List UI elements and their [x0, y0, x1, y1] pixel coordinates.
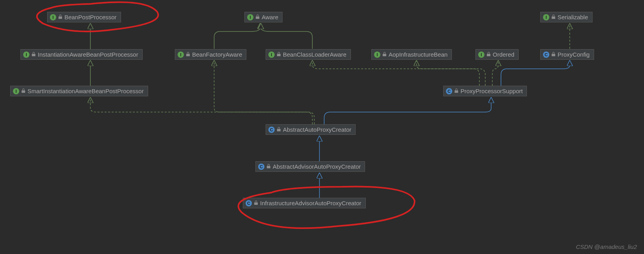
node-label: Ordered — [493, 51, 514, 58]
interface-icon: I — [50, 14, 56, 20]
interface-icon: I — [247, 14, 253, 20]
node-label: ProxyConfig — [558, 51, 590, 58]
class-icon: C — [543, 52, 549, 58]
node-bean-classloader-aware[interactable]: I BeanClassLoaderAware — [266, 49, 351, 60]
lock-icon — [254, 201, 258, 205]
lock-icon — [59, 15, 62, 19]
watermark: CSDN @amadeus_liu2 — [576, 243, 637, 250]
class-icon: C — [258, 164, 264, 170]
node-label: AbstractAutoProxyCreator — [283, 126, 351, 133]
node-label: AbstractAdvisorAutoProxyCreator — [273, 163, 361, 170]
interface-icon: I — [178, 52, 184, 58]
node-label: ProxyProcessorSupport — [461, 88, 523, 94]
lock-icon — [186, 53, 190, 56]
node-label: InstantiationAwareBeanPostProcessor — [38, 51, 138, 58]
lock-icon — [277, 53, 281, 56]
interface-icon: I — [13, 88, 19, 94]
lock-icon — [32, 53, 35, 56]
node-aop-infrastructure-bean[interactable]: I AopInfrastructureBean — [371, 49, 452, 60]
node-aware[interactable]: I Aware — [244, 12, 283, 22]
diagram-canvas: I BeanPostProcessor I Aware I Serializab… — [0, 0, 644, 254]
node-ordered[interactable]: I Ordered — [475, 49, 519, 60]
node-label: InfrastructureAdvisorAutoProxyCreator — [260, 200, 361, 206]
node-abstract-auto-proxy-creator[interactable]: C AbstractAutoProxyCreator — [266, 124, 356, 135]
node-proxy-config[interactable]: C ProxyConfig — [540, 49, 594, 60]
lock-icon — [455, 89, 458, 93]
interface-icon: I — [478, 52, 484, 58]
node-label: BeanPostProcessor — [64, 14, 117, 20]
lock-icon — [552, 53, 555, 56]
node-infrastructure-advisor-auto-proxy-creator[interactable]: C InfrastructureAdvisorAutoProxyCreator — [243, 198, 366, 208]
class-icon: C — [268, 127, 275, 133]
lock-icon — [383, 53, 386, 56]
interface-icon: I — [268, 52, 275, 58]
node-smart-instantiation-aware-bpp[interactable]: I SmartInstantiationAwareBeanPostProcess… — [10, 86, 148, 96]
lock-icon — [277, 128, 281, 131]
class-icon: C — [446, 88, 452, 94]
lock-icon — [552, 15, 555, 19]
node-serializable[interactable]: I Serializable — [540, 12, 593, 22]
interface-icon: I — [23, 52, 29, 58]
node-instantiation-aware-bpp[interactable]: I InstantiationAwareBeanPostProcessor — [20, 49, 143, 60]
interface-icon: I — [374, 52, 380, 58]
interface-icon: I — [543, 14, 549, 20]
node-proxy-processor-support[interactable]: C ProxyProcessorSupport — [443, 86, 527, 96]
node-label: SmartInstantiationAwareBeanPostProcessor — [28, 88, 144, 94]
node-bean-factory-aware[interactable]: I BeanFactoryAware — [175, 49, 246, 60]
node-abstract-advisor-auto-proxy-creator[interactable]: C AbstractAdvisorAutoProxyCreator — [255, 161, 365, 172]
node-label: BeanFactoryAware — [192, 51, 242, 58]
node-label: Aware — [262, 14, 278, 20]
node-label: AopInfrastructureBean — [389, 51, 448, 58]
lock-icon — [22, 89, 25, 93]
node-label: BeanClassLoaderAware — [283, 51, 347, 58]
lock-icon — [256, 15, 259, 19]
node-label: Serializable — [558, 14, 588, 20]
lock-icon — [487, 53, 490, 56]
class-icon: C — [246, 200, 252, 206]
node-bean-post-processor[interactable]: I BeanPostProcessor — [47, 12, 121, 22]
lock-icon — [267, 165, 270, 168]
